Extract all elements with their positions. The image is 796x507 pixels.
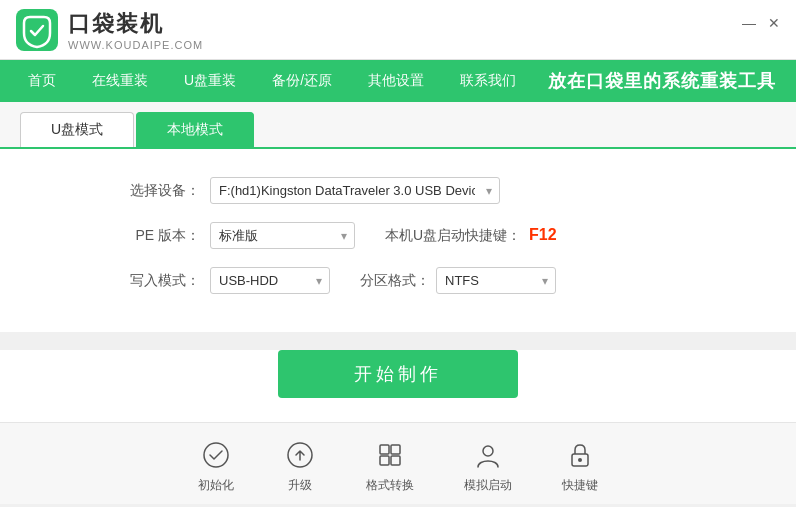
pe-select[interactable]: 标准版: [210, 222, 355, 249]
svg-rect-4: [391, 445, 400, 454]
tab-bar: U盘模式 本地模式: [0, 102, 796, 149]
title-bar: 口袋装机 WWW.KOUDAIPE.COM — ✕: [0, 0, 796, 60]
part-select[interactable]: NTFS: [436, 267, 556, 294]
bottom-bar: 初始化 升级 格式转换 模拟: [0, 422, 796, 504]
app-title: 口袋装机: [68, 9, 203, 39]
pe-row: PE 版本： 标准版 本机U盘启动快捷键： F12: [120, 222, 756, 249]
form-area: 选择设备： F:(hd1)Kingston DataTraveler 3.0 U…: [0, 149, 796, 332]
nav-item-contact[interactable]: 联系我们: [442, 60, 534, 102]
svg-point-9: [578, 458, 582, 462]
svg-point-7: [483, 446, 493, 456]
device-row: 选择设备： F:(hd1)Kingston DataTraveler 3.0 U…: [120, 177, 756, 204]
grid-icon: [374, 439, 406, 471]
logo-icon: [16, 9, 58, 51]
write-select[interactable]: USB-HDD: [210, 267, 330, 294]
logo-area: 口袋装机 WWW.KOUDAIPE.COM: [16, 9, 203, 51]
app-url: WWW.KOUDAIPE.COM: [68, 39, 203, 51]
shortcut-label: 本机U盘启动快捷键： F12: [385, 226, 557, 245]
svg-rect-6: [391, 456, 400, 465]
tab-local-mode[interactable]: 本地模式: [136, 112, 254, 147]
bottom-item-initialize[interactable]: 初始化: [198, 439, 234, 494]
write-label: 写入模式：: [120, 272, 200, 290]
nav-item-settings[interactable]: 其他设置: [350, 60, 442, 102]
bottom-item-format[interactable]: 格式转换: [366, 439, 414, 494]
device-select-wrapper: F:(hd1)Kingston DataTraveler 3.0 USB Dev…: [210, 177, 500, 204]
nav-slogan: 放在口袋里的系统重装工具: [548, 69, 796, 93]
write-select-wrapper: USB-HDD: [210, 267, 330, 294]
svg-rect-5: [380, 456, 389, 465]
nav-item-online[interactable]: 在线重装: [74, 60, 166, 102]
write-row: 写入模式： USB-HDD 分区格式： NTFS: [120, 267, 756, 294]
bottom-item-upgrade[interactable]: 升级: [284, 439, 316, 494]
nav-item-backup[interactable]: 备份/还原: [254, 60, 350, 102]
part-label: 分区格式：: [360, 272, 430, 290]
pe-select-wrapper: 标准版: [210, 222, 355, 249]
nav-item-usb[interactable]: U盘重装: [166, 60, 254, 102]
device-label: 选择设备：: [120, 182, 200, 200]
tab-usb-mode[interactable]: U盘模式: [20, 112, 134, 147]
start-button[interactable]: 开始制作: [278, 350, 518, 398]
pe-label: PE 版本：: [120, 227, 200, 245]
bottom-item-shortcuts[interactable]: 快捷键: [562, 439, 598, 494]
shortcut-key: F12: [529, 226, 557, 243]
svg-rect-3: [380, 445, 389, 454]
bottom-item-initialize-label: 初始化: [198, 477, 234, 494]
bottom-item-upgrade-label: 升级: [288, 477, 312, 494]
svg-point-1: [204, 443, 228, 467]
lock-icon: [564, 439, 596, 471]
nav-item-home[interactable]: 首页: [10, 60, 74, 102]
bottom-item-format-label: 格式转换: [366, 477, 414, 494]
bottom-item-simulate[interactable]: 模拟启动: [464, 439, 512, 494]
bottom-item-simulate-label: 模拟启动: [464, 477, 512, 494]
minimize-button[interactable]: —: [742, 16, 756, 30]
device-select[interactable]: F:(hd1)Kingston DataTraveler 3.0 USB Dev…: [210, 177, 500, 204]
logo-text-area: 口袋装机 WWW.KOUDAIPE.COM: [68, 9, 203, 51]
check-circle-icon: [200, 439, 232, 471]
start-button-area: 开始制作: [0, 350, 796, 422]
person-icon: [472, 439, 504, 471]
window-controls: — ✕: [742, 16, 780, 30]
close-button[interactable]: ✕: [768, 16, 780, 30]
upload-icon: [284, 439, 316, 471]
svg-rect-0: [16, 9, 58, 51]
nav-bar: 首页 在线重装 U盘重装 备份/还原 其他设置 联系我们 放在口袋里的系统重装工…: [0, 60, 796, 102]
part-select-wrapper: NTFS: [436, 267, 556, 294]
bottom-item-shortcuts-label: 快捷键: [562, 477, 598, 494]
